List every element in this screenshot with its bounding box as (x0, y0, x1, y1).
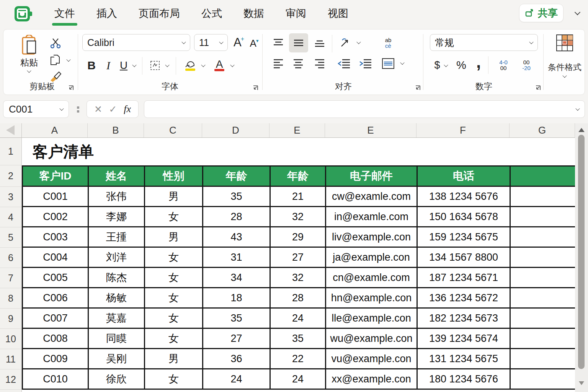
decrease-decimal-button[interactable]: 00-20 (516, 56, 537, 74)
column-header-3[interactable]: C (144, 123, 202, 137)
font-color-button[interactable]: A (211, 56, 228, 74)
conditional-formatting-button[interactable] (555, 33, 575, 52)
currency-button[interactable]: $ (431, 56, 443, 74)
column-header-1[interactable]: A (22, 123, 88, 137)
table-cell[interactable]: 22 (271, 349, 326, 369)
table-cell[interactable]: 陈杰 (89, 268, 145, 288)
table-cell[interactable]: 徐欣 (89, 369, 145, 390)
menu-item-4[interactable]: 公式 (201, 5, 223, 22)
row-number-8[interactable]: 8 (0, 288, 21, 309)
table-cell[interactable]: 21 (271, 187, 326, 207)
table-cell[interactable]: 28 (271, 288, 326, 309)
menu-item-2[interactable]: 插入 (96, 5, 118, 22)
row-number-9[interactable]: 9 (0, 309, 21, 329)
chevron-down-icon[interactable] (66, 57, 70, 62)
table-cell[interactable]: C003 (23, 227, 89, 248)
table-cell[interactable]: C004 (23, 248, 89, 268)
percent-button[interactable]: % (454, 56, 469, 74)
decrease-indent-button[interactable] (334, 55, 354, 72)
wrap-text-button[interactable]: abcè (379, 33, 398, 52)
table-header-cell-7[interactable]: 电话 (418, 165, 511, 187)
menu-item-3[interactable]: 页面布局 (138, 5, 181, 22)
shrink-font-button[interactable]: A▾ (248, 36, 261, 50)
table-cell[interactable]: hn@example.con (326, 288, 418, 309)
table-cell[interactable]: 女 (145, 288, 203, 309)
table-cell[interactable] (511, 349, 576, 369)
table-cell[interactable]: 36 (203, 349, 271, 369)
table-cell[interactable]: 180 1234 5676 (418, 369, 511, 390)
table-cell[interactable] (511, 268, 576, 288)
fill-color-button[interactable] (182, 56, 199, 74)
table-cell[interactable]: 18 (203, 288, 271, 309)
underline-button[interactable]: U (117, 57, 131, 74)
share-button[interactable]: 共享 (519, 4, 564, 22)
alignment-dialog-launcher-icon[interactable] (415, 85, 421, 91)
row-number-10[interactable]: 10 (0, 329, 21, 349)
app-logo-icon[interactable] (14, 5, 32, 23)
table-cell[interactable]: C009 (23, 349, 89, 369)
table-cell[interactable]: 吴刚 (89, 349, 145, 369)
table-cell[interactable] (511, 369, 576, 390)
table-cell[interactable]: 李娜 (89, 207, 145, 227)
table-cell[interactable]: 187 1234 5671 (418, 268, 511, 288)
table-cell[interactable]: 35 (203, 187, 271, 207)
chevron-down-icon[interactable] (132, 63, 136, 67)
table-cell[interactable]: 43 (203, 227, 271, 248)
chevron-down-icon[interactable] (356, 40, 361, 44)
formula-input[interactable] (144, 100, 585, 118)
column-header-6[interactable]: E (325, 123, 416, 137)
table-cell[interactable]: 张伟 (89, 187, 145, 207)
table-cell[interactable]: cn@examle.com (326, 268, 418, 288)
name-box[interactable]: C001 (3, 100, 69, 118)
cut-button[interactable] (48, 36, 63, 50)
row-number-11[interactable]: 11 (0, 349, 21, 369)
table-cell[interactable]: 29 (271, 227, 326, 248)
align-bottom-button[interactable] (310, 34, 329, 52)
insert-function-icon[interactable]: fx (124, 103, 131, 115)
row-number-7[interactable]: 7 (0, 268, 21, 288)
table-cell[interactable]: 35 (271, 329, 326, 349)
table-cell[interactable]: in@examle.com (326, 207, 418, 227)
table-cell[interactable]: 136 1234 5672 (418, 288, 511, 309)
chevron-down-icon[interactable] (575, 106, 580, 111)
table-cell[interactable]: 24 (271, 309, 326, 329)
increase-decimal-button[interactable]: 4-000 (493, 56, 514, 74)
table-cell[interactable]: xx@example.con (326, 369, 418, 390)
table-header-cell-1[interactable]: 客户ID (23, 165, 89, 187)
table-cell[interactable]: C005 (23, 268, 89, 288)
title-row[interactable]: 客户清单 (22, 138, 576, 165)
scroll-down-icon[interactable] (579, 381, 584, 385)
column-header-8[interactable]: G (510, 123, 575, 137)
table-header-cell-4[interactable]: 年龄 (203, 165, 271, 187)
table-cell[interactable]: 女 (145, 329, 203, 349)
row-number-2[interactable]: 2 (0, 165, 21, 187)
table-cell[interactable] (511, 187, 576, 207)
borders-button[interactable] (147, 58, 163, 73)
table-cell[interactable]: ja@example.con (326, 248, 418, 268)
chevron-down-icon[interactable] (165, 63, 169, 67)
table-cell[interactable]: C006 (23, 288, 89, 309)
table-cell[interactable]: vu@example.con (326, 349, 418, 369)
table-cell[interactable]: 女 (145, 309, 203, 329)
chevron-down-icon[interactable] (562, 74, 567, 78)
column-header-4[interactable]: D (202, 123, 270, 137)
enter-icon[interactable]: ✓ (109, 104, 117, 115)
table-cell[interactable]: 32 (271, 268, 326, 288)
number-dialog-launcher-icon[interactable] (535, 85, 541, 91)
increase-indent-button[interactable] (356, 55, 376, 72)
table-header-cell-3[interactable]: 性别 (145, 165, 203, 187)
column-header-2[interactable]: B (88, 123, 144, 137)
font-dialog-launcher-icon[interactable] (253, 85, 258, 91)
table-cell[interactable] (511, 227, 576, 248)
column-header-5[interactable]: E (270, 123, 325, 137)
table-cell[interactable]: 女 (145, 369, 203, 390)
select-all-corner[interactable] (0, 123, 22, 138)
table-header-cell-2[interactable]: 姓名 (89, 165, 145, 187)
vertical-scrollbar[interactable] (575, 123, 588, 392)
table-cell[interactable]: cw@examle.com (326, 187, 418, 207)
table-cell[interactable]: 27 (271, 248, 326, 268)
row-number-6[interactable]: 6 (0, 248, 21, 268)
chevron-down-icon[interactable] (400, 60, 404, 65)
table-cell[interactable]: 139 1234 5674 (418, 329, 511, 349)
merge-center-button[interactable] (379, 55, 398, 72)
